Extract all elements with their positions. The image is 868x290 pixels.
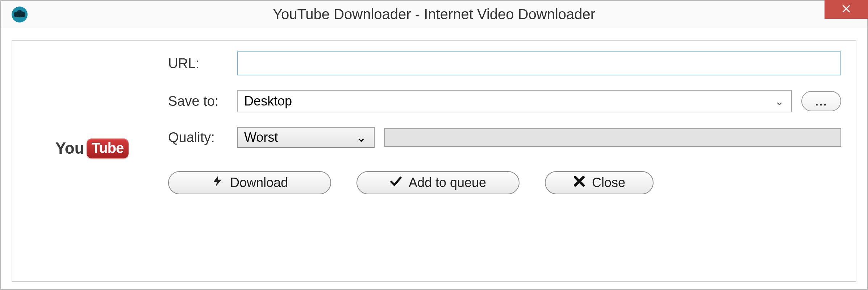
logo-box: Tube xyxy=(87,138,129,158)
download-button-label: Download xyxy=(230,175,288,190)
ellipsis-icon: ... xyxy=(815,94,827,108)
add-to-queue-button-label: Add to queue xyxy=(409,175,486,190)
lightning-icon xyxy=(211,175,224,191)
button-row: Download Add to queue Close xyxy=(168,171,841,194)
window-title: YouTube Downloader - Internet Video Down… xyxy=(1,6,867,22)
logo-column: You Tube xyxy=(23,51,146,194)
close-icon xyxy=(841,4,851,15)
form-column: URL: Save to: Desktop ⌄ ... xyxy=(168,51,841,194)
url-input[interactable] xyxy=(237,51,841,75)
app-window: YouTube Downloader - Internet Video Down… xyxy=(0,0,868,290)
close-button[interactable]: Close xyxy=(545,171,654,194)
titlebar: YouTube Downloader - Internet Video Down… xyxy=(1,1,867,28)
window-close-button[interactable] xyxy=(825,0,868,19)
add-to-queue-button[interactable]: Add to queue xyxy=(356,171,519,194)
download-button[interactable]: Download xyxy=(168,171,331,194)
save-to-combo[interactable]: Desktop ⌄ xyxy=(237,90,792,112)
row-url: URL: xyxy=(168,51,841,75)
quality-combo[interactable]: Worst ⌄ xyxy=(237,127,375,148)
save-to-label: Save to: xyxy=(168,94,237,109)
quality-label: Quality: xyxy=(168,130,237,145)
x-icon xyxy=(573,175,585,191)
logo-text-tube: Tube xyxy=(92,140,124,156)
chevron-down-icon: ⌄ xyxy=(356,130,367,145)
logo-text-you: You xyxy=(55,139,84,157)
url-label: URL: xyxy=(168,56,237,71)
row-save-to: Save to: Desktop ⌄ ... xyxy=(168,90,841,112)
content-area: You Tube URL: Save to: xyxy=(23,51,841,194)
quality-value: Worst xyxy=(244,130,278,145)
app-icon xyxy=(12,7,28,22)
youtube-logo: You Tube xyxy=(55,138,129,158)
dialog-body: You Tube URL: Save to: xyxy=(12,40,856,282)
check-icon xyxy=(390,175,402,191)
row-quality: Quality: Worst ⌄ xyxy=(168,127,841,148)
chevron-down-icon: ⌄ xyxy=(775,95,784,108)
save-to-value: Desktop xyxy=(244,94,292,109)
close-button-label: Close xyxy=(592,175,625,190)
browse-button[interactable]: ... xyxy=(801,91,841,111)
progress-bar xyxy=(384,128,841,147)
